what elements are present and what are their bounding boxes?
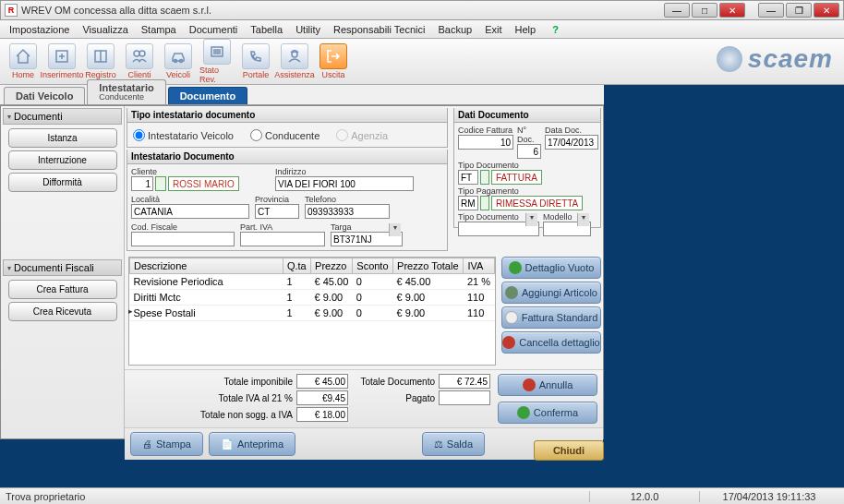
table-row[interactable]: Diritti Mctc1€ 9.000€ 9.00110: [130, 290, 495, 306]
exit-icon: [324, 47, 343, 66]
btn-conferma[interactable]: Conferma: [498, 402, 597, 424]
menu-utility[interactable]: Utility: [290, 22, 326, 37]
provincia-input[interactable]: [255, 204, 299, 219]
car-icon: [169, 47, 187, 66]
tabs: Dati Veicolo IntestatarioConducente Docu…: [0, 85, 604, 105]
status-icon: [208, 42, 226, 61]
piva-input[interactable]: [240, 232, 325, 246]
radio-intveicolo[interactable]: Intestatario Veicolo: [133, 129, 234, 141]
datadoc-input[interactable]: [545, 135, 598, 150]
side-crea-fattura[interactable]: Crea Fattura: [8, 280, 117, 299]
tab-documento[interactable]: Documento: [168, 87, 248, 104]
tipodoc-code[interactable]: [458, 170, 478, 185]
row-marker-icon: ▸: [128, 306, 133, 316]
side-interruzione[interactable]: Interruzione: [8, 150, 117, 170]
maximize-button[interactable]: □: [692, 3, 717, 18]
tab-intestatario[interactable]: IntestatarioConducente: [87, 79, 165, 104]
menu-exit[interactable]: Exit: [479, 22, 507, 37]
btn-stampa[interactable]: 🖨Stampa: [130, 432, 203, 456]
tool-registro[interactable]: Registro: [83, 43, 118, 79]
btn-salda[interactable]: ⚖Salda: [422, 432, 485, 456]
tool-statorev[interactable]: Stato Rev.: [199, 39, 235, 84]
support-icon: [285, 47, 304, 66]
title-bar: R WREV OM concessa alla ditta scaem s.r.…: [0, 0, 844, 20]
cliente-num[interactable]: [131, 176, 153, 191]
side-crea-ricevuta[interactable]: Crea Ricevuta: [8, 302, 117, 321]
win-restore[interactable]: ❐: [786, 3, 812, 18]
svg-point-5: [292, 52, 297, 57]
tool-inserimento[interactable]: Inserimento: [44, 43, 79, 79]
tool-home[interactable]: Home: [6, 43, 41, 79]
check-icon: [517, 406, 530, 419]
document-icon: [505, 311, 518, 324]
btn-fattura-standard[interactable]: Fattura Standard: [501, 306, 601, 329]
btn-aggiungi-articolo[interactable]: Aggiungi Articolo: [501, 282, 601, 304]
svg-point-0: [134, 51, 139, 56]
btn-chiudi[interactable]: Chiudi: [534, 440, 604, 461]
tot-iva21[interactable]: [296, 390, 348, 405]
codfisc-input[interactable]: [131, 232, 235, 246]
content: Documenti Istanza Interruzione Difformit…: [0, 105, 604, 439]
tipodoc-lookup-icon[interactable]: [480, 170, 489, 185]
menu-help[interactable]: Help: [510, 22, 542, 37]
menu-stampa[interactable]: Stampa: [136, 22, 182, 37]
table-row[interactable]: Revisione Periodica1€ 45.000€ 45.0021 %: [130, 274, 495, 290]
side-difformita[interactable]: Difformità: [8, 173, 117, 192]
menu-backup[interactable]: Backup: [432, 22, 477, 37]
sidebar: Documenti Istanza Interruzione Difformit…: [1, 106, 125, 438]
win-minimize[interactable]: —: [758, 3, 784, 18]
window-title: WREV OM concessa alla ditta scaem s.r.l.: [21, 5, 664, 16]
btn-anteprima[interactable]: 📄Anteprima: [209, 432, 295, 456]
tool-clienti[interactable]: Clienti: [122, 43, 157, 79]
btn-dettaglio-vuoto[interactable]: Dettaglio Vuoto: [501, 257, 601, 279]
side-istanza[interactable]: Istanza: [8, 128, 117, 148]
modello-combo[interactable]: [543, 222, 591, 236]
cliente-lookup-icon[interactable]: [155, 176, 166, 191]
btn-cancella-dettaglio[interactable]: Cancella dettaglio: [501, 331, 601, 354]
indirizzo-input[interactable]: [275, 176, 414, 191]
tool-uscita[interactable]: Uscita: [316, 43, 351, 79]
tot-pagato[interactable]: [439, 390, 490, 405]
win-close[interactable]: ✕: [814, 3, 839, 18]
targa-combo[interactable]: [331, 232, 403, 246]
menu-tabella[interactable]: Tabella: [245, 22, 288, 37]
radio-conducente[interactable]: Conducente: [250, 129, 320, 141]
tipopag-code[interactable]: [458, 196, 478, 210]
svg-point-1: [139, 51, 145, 56]
tipodoc2-combo[interactable]: [458, 222, 539, 236]
phone-icon: [247, 47, 265, 66]
cancel-icon: [523, 378, 536, 391]
minimize-button[interactable]: —: [664, 3, 690, 18]
grp-intestatario-doc: Intestatario Documento Cliente ROSSI MAR…: [127, 150, 448, 251]
tool-veicoli[interactable]: Veicoli: [161, 43, 196, 79]
tool-assistenza[interactable]: Assistenza: [277, 43, 312, 79]
status-datetime: 17/04/2013 19:11:33: [700, 491, 838, 502]
table-row[interactable]: Spese Postali1€ 9.000€ 9.00110: [130, 306, 495, 321]
tot-imponibile[interactable]: [296, 374, 348, 389]
tool-portale[interactable]: Portale: [238, 43, 273, 79]
menu-impostazione[interactable]: Impostazione: [4, 22, 75, 37]
people-icon: [130, 47, 149, 66]
home-icon: [14, 47, 32, 66]
preview-icon: 📄: [221, 438, 234, 450]
btn-annulla[interactable]: Annulla: [498, 374, 597, 396]
ndoc-input[interactable]: [517, 144, 541, 159]
help-icon[interactable]: ?: [547, 22, 564, 37]
tot-nonsogg[interactable]: [296, 407, 348, 422]
menu-visualizza[interactable]: Visualizza: [77, 22, 133, 37]
tipopag-lookup-icon[interactable]: [480, 196, 489, 210]
status-bar: Trova proprietario 12.0.0 17/04/2013 19:…: [0, 487, 844, 504]
localita-input[interactable]: [131, 204, 249, 219]
delete-icon: [502, 336, 515, 349]
tot-documento[interactable]: [439, 374, 490, 389]
brand-name: scaem: [748, 44, 833, 74]
close-button[interactable]: ✕: [719, 3, 745, 18]
side-group-documenti[interactable]: Documenti: [3, 108, 122, 125]
side-group-fiscali[interactable]: Documenti Fiscali: [3, 259, 122, 276]
line-items-table[interactable]: ▸ Descrizione Q.ta Prezzo Sconto Prezzo …: [128, 257, 496, 366]
menu-documenti[interactable]: Documenti: [184, 22, 244, 37]
menu-responsabili[interactable]: Responsabili Tecnici: [328, 22, 430, 37]
codfatt-input[interactable]: [458, 135, 513, 150]
tab-dati-veicolo[interactable]: Dati Veicolo: [4, 87, 85, 104]
telefono-input[interactable]: [305, 204, 390, 219]
